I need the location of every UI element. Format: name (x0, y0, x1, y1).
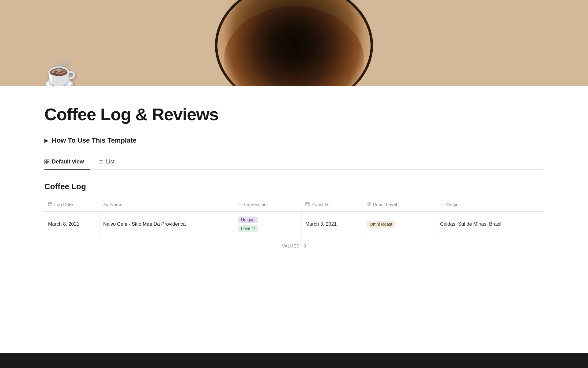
database-section: Coffee Log Log Date (44, 182, 544, 255)
cell-name[interactable]: Naivo Cafe - Sitio Mae Da Providenca (100, 212, 234, 237)
header-roast-date-label: Roast D... (311, 202, 332, 207)
roast-level-tag[interactable]: Omni Roast (367, 221, 395, 228)
coffee-name-link[interactable]: Naivo Cafe - Sitio Mae Da Providenca (103, 221, 186, 227)
tab-default-label: Default view (52, 159, 84, 165)
hero-image: ☕ (0, 0, 588, 86)
svg-rect-14 (306, 202, 309, 206)
cell-impression: Unique Love it! (234, 212, 302, 237)
table-footer: VALUES 3 (44, 237, 544, 255)
header-roast-date: Roast D... (302, 200, 363, 209)
page-title: Coffee Log & Reviews (44, 104, 544, 124)
list-icon-origin (440, 202, 444, 207)
cell-origin: Caldas, Sul de Minas, Brazil (436, 212, 522, 237)
tab-list-view[interactable]: List (99, 155, 121, 169)
roast-date-value: March 3, 2021 (305, 221, 337, 227)
hero-background (0, 0, 588, 86)
coffee-log-table: Log Date Aa Name Impression (44, 197, 544, 255)
header-log-date-label: Log Date (54, 202, 73, 207)
coffee-cup-emoji: ☕ (43, 60, 77, 86)
header-roast-level: Roast Level (363, 200, 436, 209)
svg-rect-7 (48, 202, 52, 206)
origin-value: Caldas, Sul de Minas, Brazil (440, 221, 501, 227)
cell-roast-date: March 3, 2021 (302, 212, 363, 237)
coffee-cup-icon-area: ☕ (43, 61, 83, 86)
impression-tag-love-it[interactable]: Love it! (238, 225, 258, 232)
header-log-date: Log Date (44, 200, 100, 209)
tab-list-label: List (106, 159, 115, 165)
values-label: VALUES (282, 243, 300, 248)
list-icon (99, 159, 104, 164)
calendar-icon-log-date (48, 202, 52, 207)
main-content: Coffee Log & Reviews ▶ How To Use This T… (0, 86, 588, 267)
impression-tag-unique[interactable]: Unique (238, 217, 258, 223)
circle-icon-roast-level (367, 202, 371, 207)
template-toggle[interactable]: ▶ How To Use This Template (44, 136, 544, 144)
database-title: Coffee Log (44, 182, 544, 191)
svg-rect-3 (47, 162, 49, 164)
header-impression-label: Impression (244, 202, 266, 207)
tab-default-view[interactable]: Default view (44, 155, 90, 169)
header-impression: Impression (234, 200, 302, 209)
header-name-label: Name (110, 202, 123, 207)
log-date-value: March 8, 2021 (48, 221, 79, 227)
values-count: 3 (303, 243, 306, 248)
cell-log-date: March 8, 2021 (44, 212, 100, 237)
header-name: Aa Name (100, 200, 234, 209)
header-origin: Origin (436, 200, 522, 209)
svg-point-19 (368, 203, 370, 205)
view-tabs: Default view List (44, 155, 544, 170)
toggle-label: How To Use This Template (52, 136, 137, 144)
grid-icon (44, 159, 49, 164)
cell-roast-level: Omni Roast (363, 212, 436, 237)
table-row: March 8, 2021 Naivo Cafe - Sitio Mae Da … (44, 212, 544, 237)
svg-rect-1 (47, 160, 49, 162)
text-icon-name: Aa (103, 202, 108, 207)
toggle-arrow: ▶ (44, 138, 48, 144)
table-header: Log Date Aa Name Impression (44, 197, 544, 212)
svg-point-18 (367, 202, 371, 206)
list-icon-impression (238, 202, 242, 207)
header-origin-label: Origin (446, 202, 458, 207)
svg-rect-0 (45, 160, 47, 162)
calendar-icon-roast-date (305, 202, 310, 207)
svg-rect-2 (45, 162, 47, 164)
bottom-bar (0, 353, 588, 368)
header-roast-level-label: Roast Level (373, 202, 397, 207)
